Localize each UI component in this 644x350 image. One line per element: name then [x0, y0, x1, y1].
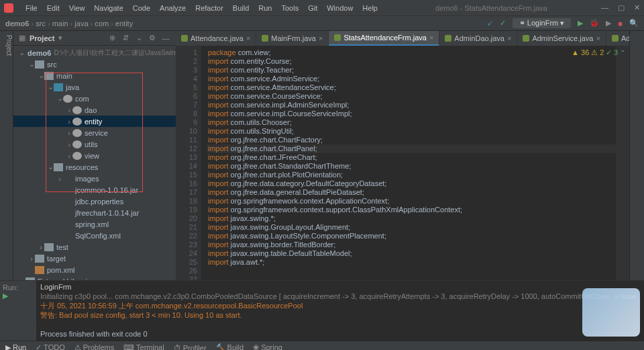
collapse-all-icon[interactable]: ⌄ [134, 34, 144, 42]
select-opened-icon[interactable]: ⊕ [107, 34, 117, 42]
code-line[interactable]: import javax.swing.GroupLayout.Alignment… [207, 223, 616, 232]
code-line[interactable]: import org.jfree.chart.ChartFactory; [207, 136, 616, 144]
code-line[interactable]: import org.jfree.data.general.DefaultPie… [207, 188, 616, 197]
tool-terminal[interactable]: ⌨ Terminal [123, 343, 164, 350]
breadcrumb-segment[interactable]: com [95, 19, 109, 28]
code-line[interactable]: import com.entity.Course; [207, 57, 616, 66]
tree-node[interactable]: ⌄demo6D:\个人项目\软件工程大二课设\JavaSwing\demo6 [13, 47, 176, 58]
code-line[interactable]: import com.service.AdminService; [207, 75, 616, 83]
run-icon[interactable]: ▶ [578, 19, 583, 28]
close-icon[interactable]: ✕ [634, 3, 640, 12]
close-tab-icon[interactable]: × [429, 34, 433, 42]
maximize-icon[interactable]: ▢ [618, 3, 625, 12]
code-line[interactable]: import com.utils.StringUtil; [207, 127, 616, 136]
editor-tab[interactable]: AdminService.java× [517, 31, 606, 46]
window-controls[interactable]: — ▢ ✕ [601, 3, 640, 12]
left-tool-strip[interactable]: Project [0, 31, 13, 280]
expand-all-icon[interactable]: ⇵ [121, 34, 130, 42]
git-commit-icon[interactable]: ✓ [500, 19, 506, 28]
breadcrumb-path[interactable]: demo6 › src › main › java › com › entity [5, 19, 133, 28]
tree-node[interactable]: spring.xml [13, 218, 176, 230]
project-tree[interactable]: ⌄demo6D:\个人项目\软件工程大二课设\JavaSwing\demo6⌄s… [13, 46, 176, 280]
code-line[interactable]: import org.jfree.chart.StandardChartThem… [207, 162, 616, 171]
tree-node[interactable]: ›view [13, 150, 176, 161]
editor-tab[interactable]: AddCourseFrm.java× [606, 31, 629, 46]
hide-icon[interactable]: — [161, 34, 170, 42]
code-line[interactable]: package com.view; [207, 48, 616, 57]
tree-node[interactable]: jcommon-1.0.16.jar [13, 184, 176, 195]
tool-spring[interactable]: ❀ Spring [253, 343, 282, 350]
tree-node[interactable]: jfreechart-1.0.14.jar [13, 207, 176, 218]
tree-node[interactable]: ›images [13, 173, 176, 184]
menu-view[interactable]: View [65, 3, 89, 13]
code-line[interactable]: import com.service.impl.CourseServiceImp… [207, 110, 616, 118]
menu-window[interactable]: Window [323, 3, 357, 13]
tree-node[interactable]: ›test [13, 241, 176, 253]
tree-node[interactable]: SqlConfig.xml [13, 230, 176, 241]
tree-node[interactable]: ⌄java [13, 81, 176, 93]
code-line[interactable]: import org.jfree.chart.ChartPanel; [207, 144, 616, 153]
close-tab-icon[interactable]: × [246, 34, 250, 42]
editor-body[interactable]: 1234567891011121314151617181920212223242… [176, 46, 629, 280]
tool-build[interactable]: 🔨 Build [216, 343, 244, 350]
tool-todo[interactable]: ✓ TODO [36, 343, 64, 350]
breadcrumb-segment[interactable]: demo6 [5, 19, 29, 28]
editor-tab[interactable]: Attendance.java× [176, 31, 256, 46]
editor-tabs[interactable]: Attendance.java×MainFrm.java×StatsAttend… [176, 31, 629, 46]
close-tab-icon[interactable]: × [507, 34, 511, 42]
debug-icon[interactable]: 🐞 [590, 19, 599, 28]
close-tab-icon[interactable]: × [596, 34, 600, 42]
rerun-icon[interactable]: ▶ [3, 292, 8, 300]
right-tool-strip[interactable] [629, 31, 644, 280]
tree-node[interactable]: pom.xml [13, 264, 176, 275]
tree-node[interactable]: jdbc.properties [13, 195, 176, 207]
tree-node[interactable]: ⌄src [13, 58, 176, 70]
code-line[interactable]: import com.service.CourseService; [207, 92, 616, 101]
code-line[interactable]: import javax.swing.border.TitledBorder; [207, 240, 616, 249]
code-line[interactable]: import com.utils.Chooser; [207, 118, 616, 127]
tree-node[interactable]: ⌄main [13, 70, 176, 81]
code-line[interactable]: import com.entity.Teacher; [207, 66, 616, 75]
menu-run[interactable]: Run [254, 3, 276, 13]
inspections-widget[interactable]: ▲ 36 ⚠ 2 ✓ 3 ⌃ [572, 48, 625, 57]
code-line[interactable]: import com.service.impl.AdminServiceImpl… [207, 101, 616, 110]
menu-navigate[interactable]: Navigate [90, 3, 127, 13]
editor-tab[interactable]: StatsAttendanceFrm.java× [329, 31, 439, 46]
code-line[interactable]: import java.awt.*; [207, 258, 616, 267]
tree-node[interactable]: ⌄com [13, 93, 176, 104]
tree-node[interactable]: ›dao [13, 104, 176, 116]
code-line[interactable]: import javax.swing.table.DefaultTableMod… [207, 249, 616, 258]
tree-node[interactable]: ›service [13, 127, 176, 138]
run-config-selector[interactable]: ⚭ LoginFrm ▾ [513, 18, 572, 28]
menu-build[interactable]: Build [229, 3, 253, 13]
menu-refactor[interactable]: Refactor [191, 3, 227, 13]
code-line[interactable]: import com.service.AttendanceService; [207, 83, 616, 92]
menu-code[interactable]: Code [129, 3, 154, 13]
close-tab-icon[interactable]: × [319, 34, 323, 42]
code-line[interactable]: import org.jfree.chart.plot.PlotOrientat… [207, 171, 616, 179]
coverage-icon[interactable]: ▶ [606, 19, 611, 28]
code-area[interactable]: package com.view;import com.entity.Cours… [201, 46, 616, 280]
tree-node[interactable]: ›utils [13, 138, 176, 150]
run-console[interactable]: LoginFrm Initializing c3p0 pool... com.m… [36, 281, 644, 341]
tree-node[interactable]: ⌄resources [13, 161, 176, 173]
editor-tab[interactable]: MainFrm.java× [256, 31, 329, 46]
tree-node[interactable]: ›target [13, 253, 176, 264]
stop-icon[interactable]: ■ [618, 19, 623, 28]
tree-node[interactable]: ›entity [13, 116, 176, 127]
menu-edit[interactable]: Edit [43, 3, 64, 13]
minimize-icon[interactable]: — [601, 3, 608, 12]
breadcrumb-segment[interactable]: entity [115, 19, 133, 28]
git-update-icon[interactable]: ↙ [487, 19, 493, 28]
tool-profiler[interactable]: ⏱ Profiler [174, 344, 207, 351]
breadcrumb-segment[interactable]: src [36, 19, 46, 28]
tool-problems[interactable]: ⚠ Problems [74, 343, 115, 350]
editor-tab[interactable]: AdminDao.java× [439, 31, 517, 46]
tool-run[interactable]: ▶ Run [5, 343, 26, 350]
code-line[interactable]: import org.springframework.context.suppo… [207, 206, 616, 214]
tree-node[interactable]: ›External Libraries [13, 275, 176, 280]
code-line[interactable]: import javax.swing.LayoutStyle.Component… [207, 232, 616, 240]
menu-analyze[interactable]: Analyze [156, 3, 190, 13]
code-line[interactable]: import org.springframework.context.Appli… [207, 197, 616, 206]
minimap-scrollbar[interactable] [616, 46, 629, 280]
